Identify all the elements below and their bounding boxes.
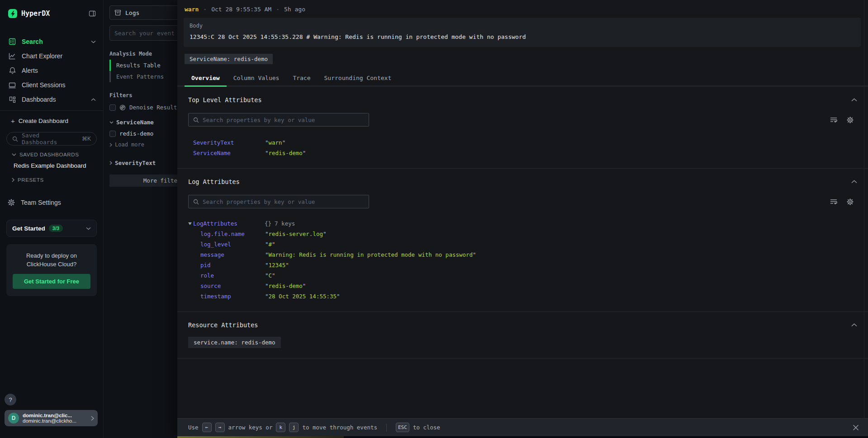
attribute-key[interactable]: message [188, 250, 265, 260]
presets-section-toggle[interactable]: PRESETS [0, 171, 103, 184]
attribute-value[interactable]: "redis-demo" [265, 148, 306, 158]
checkbox[interactable] [109, 104, 116, 111]
checkbox[interactable] [109, 131, 116, 137]
saved-dashboards-search[interactable]: Saved Dashboards ⌘K [6, 132, 97, 146]
attribute-key[interactable]: source [188, 281, 265, 291]
avatar: D [8, 413, 19, 424]
attribute-value[interactable]: "redis-server.log" [265, 229, 326, 239]
saved-dashboards-section-toggle[interactable]: SAVED DASHBOARDS [0, 146, 103, 158]
service-name-tag[interactable]: ServiceName: redis-demo [185, 54, 273, 64]
sidebar-item-client-sessions[interactable]: Client Sessions [0, 78, 103, 92]
denoise-icon [119, 104, 126, 111]
sidebar-collapse-icon[interactable] [89, 10, 96, 17]
logattributes-group-row[interactable]: LogAttributes {}7 keys [188, 218, 857, 229]
property-search-box [188, 195, 369, 208]
attribute-key[interactable]: role [188, 270, 265, 281]
sidebar-item-dashboards[interactable]: Dashboards [0, 92, 103, 107]
tab-surrounding-context[interactable]: Surrounding Context [318, 71, 398, 85]
gear-icon[interactable] [847, 117, 854, 123]
section-title: Top Level Attributes [188, 96, 262, 104]
create-dashboard-label: Create Dashboard [19, 118, 68, 124]
separator-dot: · [276, 6, 280, 13]
user-email: dominic.tran@clickho... [23, 418, 87, 424]
tab-trace[interactable]: Trace [286, 71, 317, 85]
top-level-attributes-section: Top Level Attributes [177, 87, 868, 169]
chevron-up-icon[interactable] [851, 323, 857, 327]
attribute-row[interactable]: source "redis-demo" [188, 281, 857, 291]
gear-icon[interactable] [847, 198, 854, 205]
get-started-free-button[interactable]: Get Started for Free [13, 274, 90, 289]
attribute-row[interactable]: log_level "#" [188, 239, 857, 250]
group-key[interactable]: LogAttributes [193, 218, 265, 229]
chevron-down-icon [86, 227, 91, 230]
attribute-row[interactable]: log.file.name "redis-server.log" [188, 229, 857, 239]
detail-scroll-area[interactable]: Top Level Attributes [177, 87, 868, 418]
property-search-input[interactable] [203, 117, 364, 123]
app-root: HyperDX Search Chart Explorer [0, 0, 868, 438]
user-name: dominic.tran@clic... [23, 413, 87, 418]
user-account-button[interactable]: D dominic.tran@clic... dominic.tran@clic… [5, 410, 98, 426]
attribute-key[interactable]: ServiceName [188, 148, 265, 158]
presets-header: PRESETS [18, 177, 44, 183]
k-keycap: k [276, 423, 285, 432]
log-detail-header: warn · Oct 28 9:55:35 AM · 5h ago [177, 0, 868, 17]
sidebar-item-search[interactable]: Search [0, 34, 103, 49]
property-search-input[interactable] [203, 198, 364, 205]
get-started-card[interactable]: Get Started 3/3 [6, 220, 97, 237]
log-body-text: 12345:C 28 Oct 2025 14:55:35.228 # Warni… [190, 33, 855, 40]
monitor-icon [8, 82, 16, 89]
chevron-up-icon[interactable] [851, 98, 857, 102]
grid-icon [8, 96, 16, 103]
dashboard-link-redis-example[interactable]: Redis Example Dashboard [0, 158, 103, 171]
attribute-value[interactable]: "28 Oct 2025 14:55:35" [265, 291, 340, 301]
source-selector-label: Logs [125, 9, 139, 16]
attribute-key[interactable]: log.file.name [188, 229, 265, 239]
chevron-up-icon[interactable] [851, 180, 857, 184]
resource-service-tag[interactable]: service.name: redis-demo [188, 337, 281, 348]
close-icon[interactable] [853, 424, 859, 431]
attribute-row[interactable]: pid "12345" [188, 260, 857, 270]
help-button[interactable]: ? [5, 394, 16, 405]
scrollbar-track[interactable] [864, 0, 864, 418]
create-dashboard-button[interactable]: + Create Dashboard [0, 111, 103, 127]
attribute-row[interactable]: SeverityText "warn" [188, 137, 857, 148]
attribute-row[interactable]: role "C" [188, 270, 857, 281]
attribute-key[interactable]: pid [188, 260, 265, 270]
attribute-value[interactable]: "Warning: Redis is running in protected … [265, 250, 476, 260]
app-title: HyperDX [21, 9, 85, 18]
arrow-right-keycap: → [215, 423, 225, 432]
footer-hint: Use [188, 424, 199, 431]
attribute-value[interactable]: "12345" [265, 260, 289, 270]
sidebar-item-label: Search [22, 38, 43, 45]
sidebar-item-chart-explorer[interactable]: Chart Explorer [0, 49, 103, 63]
chevron-right-icon [109, 143, 112, 147]
chevron-up-icon [91, 98, 96, 101]
promo-line-2: ClickHouse Cloud? [13, 260, 90, 268]
sidebar-header: HyperDX [0, 0, 103, 26]
section-title: Log Attributes [188, 178, 240, 185]
attribute-row[interactable]: ServiceName "redis-demo" [188, 148, 857, 158]
footer-hint: to move through events [302, 424, 377, 431]
sidebar-item-label: Client Sessions [22, 81, 66, 89]
attribute-row[interactable]: message "Warning: Redis is running in pr… [188, 250, 857, 260]
attribute-key[interactable]: log_level [188, 239, 265, 250]
wrap-lines-icon[interactable] [830, 198, 837, 205]
attribute-value[interactable]: "C" [265, 270, 275, 281]
attribute-key[interactable]: SeverityText [188, 137, 265, 148]
tab-column-values[interactable]: Column Values [227, 71, 286, 85]
team-settings-button[interactable]: Team Settings [0, 195, 103, 210]
sidebar-item-alerts[interactable]: Alerts [0, 63, 103, 78]
attribute-value[interactable]: "#" [265, 239, 275, 250]
tab-overview[interactable]: Overview [185, 71, 227, 85]
attribute-key[interactable]: timestamp [188, 291, 265, 301]
attribute-value[interactable]: "redis-demo" [265, 281, 306, 291]
saved-search-placeholder: Saved Dashboards [22, 132, 78, 146]
caret-down-icon[interactable] [188, 222, 192, 225]
team-settings-label: Team Settings [21, 199, 61, 206]
j-keycap: j [289, 423, 299, 432]
attribute-value[interactable]: "warn" [265, 137, 285, 148]
get-started-label: Get Started [12, 225, 45, 232]
promo-line-1: Ready to deploy on [13, 251, 90, 260]
wrap-lines-icon[interactable] [830, 117, 837, 123]
attribute-row[interactable]: timestamp "28 Oct 2025 14:55:35" [188, 291, 857, 301]
